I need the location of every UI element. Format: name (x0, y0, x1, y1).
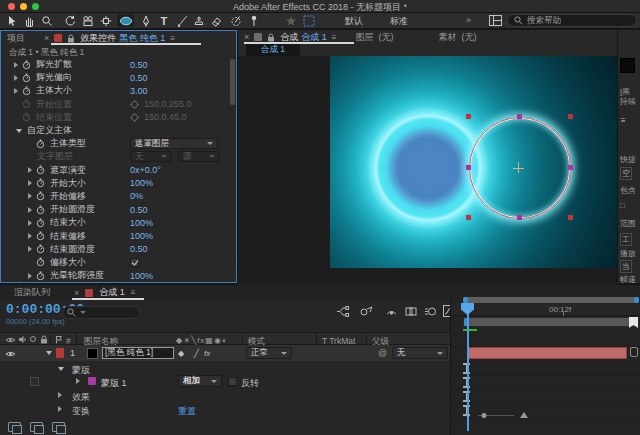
layer-fx-switch[interactable]: fx (204, 349, 210, 358)
property-value[interactable]: 100% (130, 231, 153, 241)
position-target-icon[interactable] (130, 113, 139, 122)
position-target-icon[interactable] (130, 100, 139, 109)
group-expander[interactable] (16, 129, 22, 133)
property-value[interactable]: 0.50 (130, 60, 148, 70)
lock-icon[interactable] (67, 34, 75, 43)
row-expander[interactable] (28, 207, 32, 213)
mask-expander[interactable] (76, 378, 80, 384)
row-expander[interactable] (28, 233, 32, 239)
effect-property-row[interactable]: 主体类型遮罩图层 (2, 137, 230, 150)
row-expander[interactable] (28, 273, 32, 279)
rotate-tool-icon[interactable] (61, 14, 78, 27)
pen-tool-icon[interactable] (137, 14, 154, 27)
stopwatch-icon[interactable] (36, 218, 45, 228)
close-panel-icon[interactable]: × (44, 33, 49, 43)
type-tool-icon[interactable]: T (155, 14, 172, 27)
row-expander[interactable] (14, 62, 18, 68)
transform-reset-button[interactable]: 重置 (178, 405, 196, 418)
effect-property-row[interactable]: 开始位置150.0,255.0 (2, 98, 230, 111)
close-panel-icon[interactable]: × (74, 288, 79, 298)
effect-property-row[interactable]: 文字图层无 源 (2, 150, 230, 163)
property-value[interactable]: 0.50 (130, 73, 148, 83)
collapsed-preview-panel[interactable]: [黑 持续 ≡ 快捷 空 包含 □ 范围 工 播放 当 帧速 (618, 30, 640, 283)
panel-menu-icon[interactable]: ≡ (621, 116, 626, 125)
parent-pickwhip-icon[interactable]: @ (378, 348, 387, 358)
timeline-search-field[interactable] (62, 306, 140, 319)
stopwatch-icon[interactable] (36, 165, 45, 175)
hide-shy-layers-icon[interactable] (385, 306, 398, 317)
tab-footage-viewer[interactable]: 素材 (438, 31, 456, 44)
effect-property-row[interactable]: 结束圆滑度0.50 (2, 243, 230, 256)
workspace-default[interactable]: 默认 (345, 15, 363, 28)
solo-column-icon[interactable] (30, 336, 36, 342)
property-value[interactable]: 0x+0.0° (130, 165, 161, 175)
brush-tool-icon[interactable] (173, 14, 190, 27)
property-value[interactable]: 100% (130, 271, 153, 281)
transform-group-row[interactable]: 变换 重置 (0, 403, 450, 416)
color-swatch[interactable] (620, 58, 635, 73)
layer-label-chip[interactable] (56, 348, 64, 358)
property-value[interactable]: 150.0,255.0 (144, 99, 192, 109)
anchor-point-icon[interactable] (518, 162, 519, 173)
roto-brush-tool-icon[interactable] (227, 14, 244, 27)
lock-icon[interactable] (267, 33, 275, 42)
effect-property-row[interactable]: 结束大小100% (2, 216, 230, 229)
mini-flowchart-icon[interactable] (336, 306, 349, 317)
property-dropdown[interactable]: 遮罩图层 (130, 138, 218, 149)
group-expander[interactable] (58, 392, 62, 398)
property-dropdown[interactable]: 源 (178, 151, 220, 162)
row-expander[interactable] (28, 180, 32, 186)
row-expander[interactable] (14, 75, 18, 81)
eraser-tool-icon[interactable] (207, 14, 224, 27)
property-value[interactable]: 100% (130, 178, 153, 188)
stopwatch-icon[interactable] (22, 60, 31, 70)
work-area-bar[interactable] (463, 317, 639, 327)
close-panel-icon[interactable]: × (244, 32, 249, 42)
pan-behind-tool-icon[interactable] (97, 14, 114, 27)
draft-3d-icon[interactable] (360, 306, 373, 317)
audio-column-icon[interactable] (18, 335, 27, 344)
tab-render-queue[interactable]: 渲染队列 (14, 286, 50, 299)
layer-parent-dropdown[interactable]: 无 (392, 347, 448, 359)
layer-visibility-eye-icon[interactable] (5, 350, 16, 358)
workspace-overflow-chevron[interactable]: » (466, 15, 471, 25)
effect-property-row[interactable]: 主体大小3.00 (2, 84, 230, 97)
eye-column-icon[interactable] (5, 336, 16, 344)
row-expander[interactable] (28, 220, 32, 226)
stopwatch-icon[interactable] (22, 112, 31, 122)
stopwatch-icon[interactable] (22, 73, 31, 83)
group-expander[interactable] (58, 367, 64, 371)
expand-inout-panes-toggle[interactable] (52, 422, 65, 432)
mask-mode-dropdown[interactable]: 相加 (178, 375, 222, 387)
mask-handle-bottom-right[interactable] (568, 215, 573, 220)
workspace-standard[interactable]: 标准 (390, 15, 408, 28)
property-checkbox[interactable] (130, 258, 139, 267)
mask-invert-checkbox[interactable] (228, 377, 237, 386)
layer-quality-switch[interactable]: ◆ (178, 349, 184, 358)
layer-expander[interactable] (46, 351, 52, 355)
selection-tool-icon[interactable] (2, 14, 19, 27)
stopwatch-icon[interactable] (22, 99, 31, 109)
clone-stamp-tool-icon[interactable] (190, 14, 207, 27)
effect-property-row[interactable]: 开始圆滑度0.50 (2, 203, 230, 216)
mask-handle-top-left[interactable] (466, 114, 471, 119)
puppet-pin-tool-icon[interactable] (245, 14, 262, 27)
composition-canvas[interactable] (238, 56, 617, 298)
property-value[interactable]: 0.50 (130, 205, 148, 215)
time-ruler[interactable]: 00:12f (451, 303, 640, 316)
mask-vertex-left[interactable] (466, 165, 471, 170)
stopwatch-icon[interactable] (36, 231, 45, 241)
stopwatch-icon[interactable] (36, 191, 45, 201)
search-help-field[interactable]: 搜索帮助 (507, 14, 637, 27)
lock-column-icon[interactable] (40, 335, 48, 344)
layer-name-field[interactable]: [黑色 纯色 1] (102, 347, 174, 359)
panel-menu-icon[interactable]: ≡ (170, 34, 175, 43)
zoom-tool-icon[interactable] (38, 14, 55, 27)
timeline-zoom-slider[interactable] (464, 410, 534, 420)
group-expander[interactable] (58, 406, 62, 412)
effect-property-row[interactable]: 辉光偏向0.50 (2, 71, 230, 84)
motion-blur-icon[interactable] (424, 306, 437, 317)
star-icon[interactable] (282, 14, 299, 27)
shape-ellipse-tool-icon[interactable] (117, 14, 134, 27)
label-column-icon[interactable] (55, 335, 63, 344)
